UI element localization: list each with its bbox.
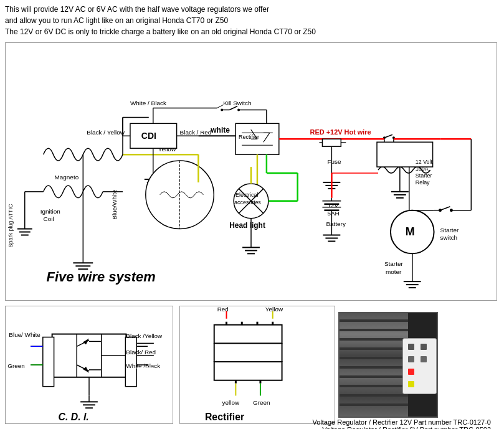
spark-plug-label: Spark plug ATTIC bbox=[7, 204, 14, 247]
svg-text:switch: switch bbox=[440, 234, 458, 241]
svg-text:Blue/White: Blue/White bbox=[111, 189, 118, 220]
main-diagram-box: Five wire system Magneto Yellow bbox=[5, 42, 497, 301]
svg-text:Green: Green bbox=[253, 399, 270, 406]
svg-text:C. D. I.: C. D. I. bbox=[59, 412, 89, 422]
svg-text:M: M bbox=[406, 225, 415, 238]
svg-text:Red: Red bbox=[217, 306, 229, 313]
svg-rect-148 bbox=[43, 337, 54, 386]
page-container: This will provide 12V AC or 6V AC with t… bbox=[0, 0, 504, 429]
svg-text:Fuse: Fuse bbox=[327, 158, 341, 165]
cdi-diagram-svg: Blue/ White Green Black /Yellow Black/ R… bbox=[6, 306, 173, 423]
svg-text:Rectifier: Rectifier bbox=[205, 412, 244, 422]
part-numbers-container: Voltage Regulator / Rectifier 12V Part n… bbox=[312, 418, 491, 429]
part-number-line1: Voltage Regulator / Rectifier 12V Part n… bbox=[312, 418, 491, 426]
svg-text:yellow: yellow bbox=[222, 399, 240, 406]
svg-text:12 Volt: 12 Volt bbox=[416, 159, 433, 165]
rectifier-photo bbox=[338, 312, 438, 418]
desc-line3: The 12V or 6V DC is only to trickle char… bbox=[5, 27, 316, 36]
rectifier-diagram-box: Red Yellow yellow Green Rectifier bbox=[179, 306, 335, 424]
svg-text:Relay: Relay bbox=[416, 179, 430, 186]
svg-text:Black /Yellow: Black /Yellow bbox=[126, 332, 163, 339]
main-diagram-svg: Five wire system Magneto Yellow bbox=[6, 43, 497, 300]
svg-text:Starter: Starter bbox=[440, 227, 460, 233]
svg-text:Yellow: Yellow bbox=[265, 306, 283, 313]
red-hot-wire-label: RED +12V Hot wire bbox=[310, 128, 371, 136]
desc-line2: and allow you to run AC light like on an… bbox=[5, 16, 228, 25]
svg-point-31 bbox=[221, 108, 223, 111]
white-wire-label: white bbox=[210, 126, 230, 134]
svg-text:Green: Green bbox=[7, 362, 24, 369]
svg-text:White / Black: White / Black bbox=[130, 100, 166, 106]
svg-text:100A: 100A bbox=[416, 166, 429, 172]
svg-text:Black / Red: Black / Red bbox=[180, 129, 212, 136]
cdi-diagram-box: Blue/ White Green Black /Yellow Black/ R… bbox=[5, 306, 173, 424]
svg-rect-166 bbox=[214, 325, 282, 344]
svg-text:Starter: Starter bbox=[416, 172, 432, 179]
description-text: This will provide 12V AC or 6V AC with t… bbox=[5, 4, 499, 37]
svg-text:Starter: Starter bbox=[384, 260, 404, 267]
svg-rect-58 bbox=[322, 139, 341, 146]
part-number-line2: Voltage Regulator / Rectifier 6V Part nu… bbox=[312, 426, 491, 429]
svg-text:Magneto: Magneto bbox=[55, 174, 79, 181]
desc-line1: This will provide 12V AC or 6V AC with t… bbox=[5, 5, 269, 14]
svg-text:CDI: CDI bbox=[141, 131, 156, 141]
svg-text:Head light: Head light bbox=[229, 221, 265, 230]
bottom-section: Blue/ White Green Black /Yellow Black/ R… bbox=[5, 306, 497, 429]
svg-text:accesories: accesories bbox=[234, 199, 261, 205]
svg-text:Coil: Coil bbox=[44, 215, 54, 222]
svg-text:Battery: Battery bbox=[326, 220, 346, 227]
rectifier-diagram-svg: Red Yellow yellow Green Rectifier bbox=[180, 306, 335, 423]
svg-text:Electrical: Electrical bbox=[235, 192, 258, 198]
five-wire-label: Five wire system bbox=[47, 269, 156, 285]
svg-text:Kill Switch: Kill Switch bbox=[223, 100, 251, 106]
svg-text:Black/ Red: Black/ Red bbox=[126, 349, 156, 356]
svg-rect-171 bbox=[214, 362, 282, 380]
svg-text:Ignition: Ignition bbox=[40, 208, 60, 215]
svg-text:Black / Yellow: Black / Yellow bbox=[87, 129, 125, 136]
svg-text:Blue/ White: Blue/ White bbox=[9, 331, 40, 338]
svg-text:moter: moter bbox=[386, 268, 402, 275]
